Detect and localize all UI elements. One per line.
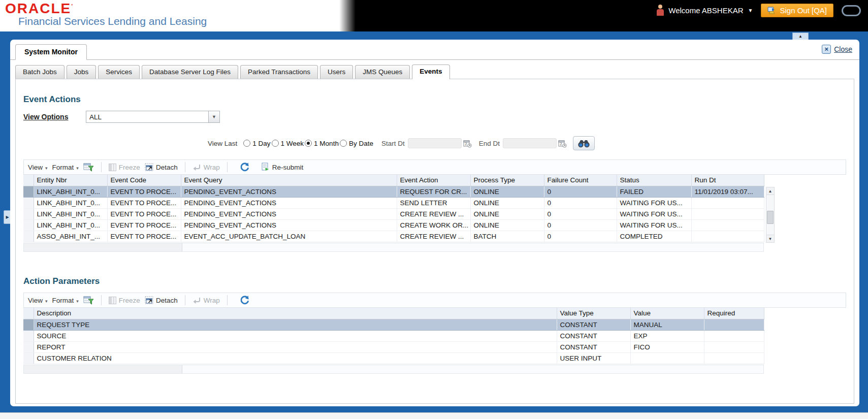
- signout-icon: [767, 6, 776, 15]
- radio-1-month[interactable]: 1 Month: [305, 140, 339, 147]
- refresh-button[interactable]: [240, 162, 250, 172]
- table-row[interactable]: SOURCE CONSTANT EXP: [23, 330, 764, 341]
- table-row[interactable]: CUSTOMER RELATION USER INPUT: [23, 352, 764, 364]
- view-options-value: ALL: [86, 111, 208, 122]
- wrap-button[interactable]: Wrap: [192, 164, 220, 171]
- close-icon: ×: [822, 45, 831, 54]
- column-header[interactable]: Run Dt: [691, 175, 764, 186]
- welcome-menu[interactable]: Welcome ABSHEKAR ▼: [657, 5, 753, 16]
- tab-events[interactable]: Events: [412, 65, 449, 79]
- event-actions-table: Entity Nbr Event Code Event Query Event …: [23, 175, 764, 242]
- column-header[interactable]: Failure Count: [544, 175, 617, 186]
- column-header[interactable]: Process Type: [470, 175, 544, 186]
- action-parameters-footer: [23, 365, 764, 374]
- format-menu[interactable]: Format: [52, 297, 79, 304]
- view-options-label: View Options: [23, 113, 86, 121]
- radio-1-day[interactable]: 1 Day: [243, 140, 270, 147]
- freeze-button[interactable]: Freeze: [109, 297, 140, 304]
- tab-jms-queues[interactable]: JMS Queues: [355, 65, 410, 79]
- radio-icon: [272, 140, 279, 147]
- action-parameters-toolbar: View Format: [23, 293, 846, 308]
- column-header[interactable]: Event Code: [107, 175, 181, 186]
- toolbar-separator: [185, 295, 185, 305]
- action-parameters-table: Description Value Type Value Required RE…: [23, 308, 764, 364]
- column-header[interactable]: Event Query: [181, 175, 397, 186]
- toolbar-separator: [227, 295, 228, 305]
- view-last-label: View Last: [208, 140, 237, 147]
- calendar-icon[interactable]: 2: [463, 139, 472, 148]
- toolbar-separator: [101, 162, 102, 172]
- filter-table-icon: [83, 296, 94, 305]
- table-row[interactable]: REQUEST TYPE CONSTANT MANUAL: [23, 319, 764, 330]
- end-dt-input[interactable]: [503, 138, 557, 148]
- column-header[interactable]: Required: [704, 308, 764, 319]
- view-options-select[interactable]: ALL ▼: [86, 111, 220, 123]
- query-by-example-button[interactable]: [83, 296, 94, 305]
- oval-icon[interactable]: [842, 5, 861, 16]
- detach-button[interactable]: Detach: [145, 296, 178, 304]
- view-menu[interactable]: View: [28, 297, 48, 304]
- event-actions-toolbar: View Format: [23, 159, 846, 175]
- column-header[interactable]: Value Type: [557, 308, 630, 319]
- column-header[interactable]: Entity Nbr: [34, 175, 107, 186]
- table-row[interactable]: LINK_ABHI_INT_0... EVENT TO PROCE... PEN…: [23, 186, 764, 197]
- radio-1-week[interactable]: 1 Week: [272, 140, 304, 147]
- header-row: Description Value Type Value Required: [23, 308, 764, 319]
- refresh-button[interactable]: [240, 295, 250, 305]
- table-row[interactable]: ASSO_ABHI_INT_... EVENT TO PROCE... EVEN…: [23, 231, 764, 242]
- wrap-icon: [192, 297, 201, 304]
- tab-database-server-log-files[interactable]: Database Server Log Files: [142, 65, 238, 79]
- query-by-example-button[interactable]: [83, 163, 94, 172]
- tab-system-monitor[interactable]: System Monitor: [15, 44, 87, 60]
- svg-text:2: 2: [560, 142, 562, 146]
- format-menu[interactable]: Format: [52, 164, 79, 171]
- column-header[interactable]: Description: [34, 308, 557, 319]
- svg-text:2: 2: [465, 142, 467, 146]
- column-header[interactable]: Event Action: [397, 175, 470, 186]
- table-row[interactable]: LINK_ABHI_INT_0... EVENT TO PROCE... PEN…: [23, 208, 764, 219]
- tab-batch-jobs[interactable]: Batch Jobs: [15, 65, 65, 79]
- tab-jobs[interactable]: Jobs: [67, 65, 97, 79]
- wrap-button[interactable]: Wrap: [192, 297, 220, 304]
- tab-users[interactable]: Users: [320, 65, 353, 79]
- search-button[interactable]: [573, 136, 595, 150]
- person-icon: [657, 5, 664, 16]
- scroll-up-icon[interactable]: ▲: [766, 187, 774, 195]
- detach-icon: [145, 163, 153, 171]
- freeze-button[interactable]: Freeze: [109, 164, 140, 171]
- system-monitor-window: System Monitor × Close Batch Jobs Jobs S…: [10, 40, 859, 406]
- resubmit-icon: [262, 163, 270, 172]
- calendar-icon[interactable]: 2: [558, 139, 567, 148]
- subtab-strip: Batch Jobs Jobs Services Database Server…: [10, 60, 859, 79]
- close-label: Close: [834, 45, 852, 53]
- start-dt-input[interactable]: [408, 138, 462, 148]
- table-row[interactable]: LINK_ABHI_INT_0... EVENT TO PROCE... PEN…: [23, 219, 764, 231]
- radio-icon: [305, 140, 312, 147]
- sign-out-button[interactable]: Sign Out [QA]: [761, 4, 833, 17]
- radio-by-date[interactable]: By Date: [340, 140, 373, 147]
- table-row[interactable]: LINK_ABHI_INT_0... EVENT TO PROCE... PEN…: [23, 197, 764, 208]
- toolbar-separator: [185, 162, 185, 172]
- resubmit-button[interactable]: Re-submit: [262, 163, 304, 172]
- view-menu[interactable]: View: [28, 164, 48, 171]
- collapse-panel-button[interactable]: ▲: [792, 33, 809, 40]
- view-options-row: View Options ALL ▼: [23, 111, 220, 123]
- window-tab-bar: System Monitor × Close: [10, 40, 859, 60]
- row-selector-header: [23, 308, 34, 319]
- user-area: Welcome ABSHEKAR ▼ Sign Out [QA]: [657, 4, 861, 17]
- filter-table-icon: [83, 163, 94, 172]
- bottom-scroll-strip[interactable]: [0, 412, 868, 419]
- close-button[interactable]: × Close: [822, 45, 852, 54]
- scroll-down-icon[interactable]: ▼: [766, 235, 774, 242]
- event-actions-scrollbar[interactable]: ▲ ▼: [766, 187, 775, 243]
- scrollbar-thumb[interactable]: [767, 211, 774, 224]
- tab-parked-transactions[interactable]: Parked Transactions: [240, 65, 318, 79]
- column-header[interactable]: Value: [630, 308, 704, 319]
- table-row[interactable]: REPORT CONSTANT FICO: [23, 341, 764, 352]
- events-content: Event Actions View Options ALL ▼ View La…: [15, 79, 854, 404]
- column-header[interactable]: Status: [617, 175, 691, 186]
- brand-subtitle: Financial Services Lending and Leasing: [18, 15, 207, 27]
- detach-button[interactable]: Detach: [145, 163, 178, 171]
- action-parameters-title: Action Parameters: [23, 276, 100, 286]
- tab-services[interactable]: Services: [98, 65, 140, 79]
